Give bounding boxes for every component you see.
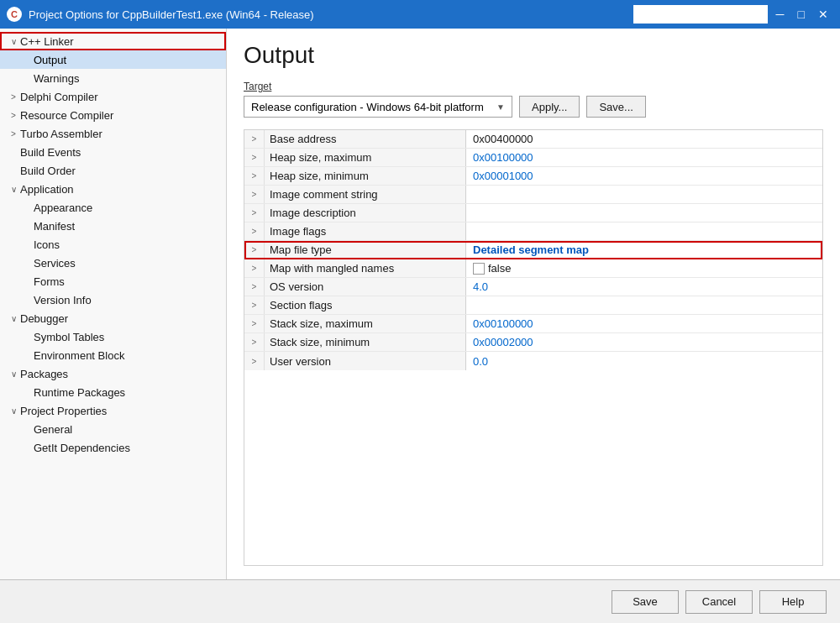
tree-label-build-order: Build Order	[20, 165, 219, 177]
footer-help-button[interactable]: Help	[759, 590, 827, 614]
sidebar-item-delphi-compiler[interactable]: >Delphi Compiler	[0, 87, 226, 106]
prop-expander-image-comment[interactable]: >	[244, 186, 265, 203]
target-dropdown-label: Release configuration - Windows 64-bit p…	[251, 101, 484, 113]
dropdown-arrow-icon: ▼	[496, 102, 505, 112]
prop-row-section-flags: >Section flags	[244, 296, 822, 315]
save-config-button[interactable]: Save...	[586, 96, 645, 118]
target-label: Target	[244, 81, 823, 92]
sidebar-item-build-order[interactable]: Build Order	[0, 161, 226, 180]
target-dropdown[interactable]: Release configuration - Windows 64-bit p…	[244, 96, 512, 118]
title-search-input[interactable]	[633, 5, 768, 24]
sidebar-item-forms[interactable]: Forms	[0, 272, 226, 291]
tree-label-project-properties: Project Properties	[20, 405, 219, 417]
tree-label-appearance: Appearance	[34, 202, 219, 214]
prop-name-map-file-type: Map file type	[265, 241, 466, 259]
prop-expander-image-description[interactable]: >	[244, 204, 265, 222]
tree-label-debugger: Debugger	[20, 312, 219, 325]
tree-label-cpp-linker: C++ Linker	[20, 35, 219, 48]
minimize-button[interactable]: ─	[771, 7, 790, 22]
tree-label-packages: Packages	[20, 368, 219, 380]
sidebar-item-warnings[interactable]: Warnings	[0, 69, 226, 87]
tree-label-getit-dependencies: GetIt Dependencies	[34, 442, 219, 454]
prop-expander-stack-size-min[interactable]: >	[244, 333, 265, 351]
tree-label-output: Output	[34, 54, 219, 66]
expander-icon-build-events	[7, 145, 20, 159]
sidebar-item-project-properties[interactable]: ∨Project Properties	[0, 401, 226, 420]
tree-label-general: General	[34, 423, 219, 436]
footer-cancel-button[interactable]: Cancel	[685, 590, 753, 614]
apply-button[interactable]: Apply...	[519, 96, 580, 118]
prop-name-heap-size-min: Heap size, minimum	[265, 167, 466, 185]
sidebar-item-manifest[interactable]: Manifest	[0, 217, 226, 235]
prop-expander-map-file-type[interactable]: >	[244, 241, 265, 259]
expander-icon-output	[20, 53, 34, 66]
properties-table: >Base address0x00400000>Heap size, maxim…	[244, 129, 823, 566]
prop-value-heap-size-max: 0x00100000	[466, 149, 822, 166]
prop-row-image-description: >Image description	[244, 204, 822, 222]
maximize-button[interactable]: □	[793, 7, 810, 22]
prop-row-map-file-type: >Map file typeDetailed segment map	[244, 241, 822, 259]
checkbox-icon-map-with-mangled[interactable]	[473, 263, 485, 275]
prop-expander-base-address[interactable]: >	[244, 130, 265, 148]
tree-label-turbo-assembler: Turbo Assembler	[20, 128, 219, 140]
prop-value-map-file-type: Detailed segment map	[466, 241, 822, 259]
prop-name-stack-size-max: Stack size, maximum	[265, 315, 466, 332]
sidebar-item-application[interactable]: ∨Application	[0, 180, 226, 198]
prop-row-stack-size-min: >Stack size, minimum0x00002000	[244, 333, 822, 352]
prop-row-os-version: >OS version4.0	[244, 278, 822, 296]
prop-value-base-address: 0x00400000	[466, 130, 822, 148]
close-button[interactable]: ✕	[813, 7, 833, 22]
prop-name-section-flags: Section flags	[265, 296, 466, 314]
tree-label-application: Application	[20, 183, 219, 196]
sidebar-item-runtime-packages[interactable]: Runtime Packages	[0, 383, 226, 401]
expander-icon-resource-compiler: >	[7, 108, 20, 122]
prop-value-heap-size-min: 0x00001000	[466, 167, 822, 185]
expander-icon-version-info	[20, 293, 34, 306]
title-bar-left: C Project Options for CppBuilderTest1.ex…	[7, 7, 314, 22]
prop-expander-user-version[interactable]: >	[244, 352, 265, 370]
sidebar: ∨C++ LinkerOutputWarnings>Delphi Compile…	[0, 29, 227, 579]
prop-value-os-version: 4.0	[466, 278, 822, 296]
prop-expander-stack-size-max[interactable]: >	[244, 315, 265, 332]
sidebar-item-icons[interactable]: Icons	[0, 235, 226, 254]
tree-label-runtime-packages: Runtime Packages	[34, 386, 219, 399]
sidebar-item-cpp-linker[interactable]: ∨C++ Linker	[0, 32, 226, 50]
sidebar-item-environment-block[interactable]: Environment Block	[0, 346, 226, 364]
sidebar-item-getit-dependencies[interactable]: GetIt Dependencies	[0, 438, 226, 457]
expander-icon-forms	[20, 275, 34, 288]
expander-icon-packages: ∨	[7, 367, 20, 380]
prop-expander-os-version[interactable]: >	[244, 278, 265, 296]
tree-label-icons: Icons	[34, 238, 219, 251]
prop-row-map-with-mangled: >Map with mangled namesfalse	[244, 259, 822, 278]
prop-expander-map-with-mangled[interactable]: >	[244, 259, 265, 277]
sidebar-item-build-events[interactable]: Build Events	[0, 143, 226, 161]
page-title: Output	[244, 42, 823, 69]
tree-label-manifest: Manifest	[34, 220, 219, 233]
sidebar-item-debugger[interactable]: ∨Debugger	[0, 309, 226, 327]
prop-row-stack-size-max: >Stack size, maximum0x00100000	[244, 315, 822, 333]
prop-row-heap-size-max: >Heap size, maximum0x00100000	[244, 149, 822, 167]
expander-icon-appearance	[20, 201, 34, 214]
sidebar-item-output[interactable]: Output	[0, 50, 226, 69]
sidebar-item-appearance[interactable]: Appearance	[0, 198, 226, 217]
prop-expander-heap-size-min[interactable]: >	[244, 167, 265, 185]
sidebar-item-symbol-tables[interactable]: Symbol Tables	[0, 327, 226, 346]
prop-row-image-flags: >Image flags	[244, 222, 822, 241]
sidebar-item-general[interactable]: General	[0, 420, 226, 438]
sidebar-item-version-info[interactable]: Version Info	[0, 291, 226, 309]
expander-icon-cpp-linker: ∨	[7, 34, 20, 48]
prop-expander-heap-size-max[interactable]: >	[244, 149, 265, 166]
expander-icon-warnings	[20, 71, 34, 85]
sidebar-item-packages[interactable]: ∨Packages	[0, 364, 226, 383]
prop-expander-image-flags[interactable]: >	[244, 222, 265, 240]
footer-save-button[interactable]: Save	[612, 590, 679, 614]
prop-expander-section-flags[interactable]: >	[244, 296, 265, 314]
prop-name-os-version: OS version	[265, 278, 466, 296]
prop-value-stack-size-min: 0x00002000	[466, 333, 822, 351]
sidebar-item-services[interactable]: Services	[0, 254, 226, 272]
prop-value-image-description	[466, 204, 822, 222]
prop-name-image-flags: Image flags	[265, 222, 466, 240]
tree-label-forms: Forms	[34, 275, 219, 288]
sidebar-item-turbo-assembler[interactable]: >Turbo Assembler	[0, 124, 226, 143]
sidebar-item-resource-compiler[interactable]: >Resource Compiler	[0, 106, 226, 124]
